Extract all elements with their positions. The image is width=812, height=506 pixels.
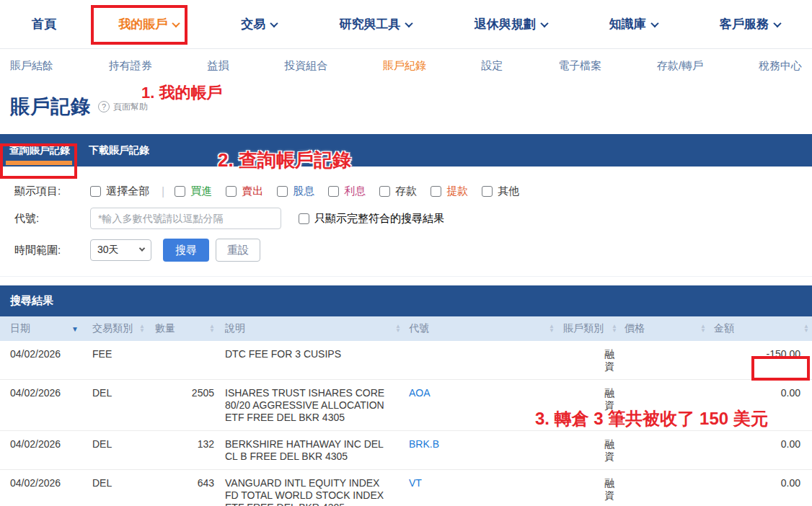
filter-checkbox[interactable]: 賣出 <box>226 185 263 198</box>
page-title: 賬戶記錄 <box>10 94 91 120</box>
sort-icons[interactable]: ▲▼ <box>612 324 620 333</box>
subnav-item[interactable]: 賬戶結餘 <box>10 59 53 73</box>
cell-quantity: 643 <box>148 470 218 506</box>
sort-desc-icon[interactable]: ▼ <box>71 325 83 333</box>
chevron-down-icon <box>172 19 180 27</box>
column-label: 代號 <box>409 322 429 335</box>
cell-date: 04/02/2026 <box>0 341 83 380</box>
nav-item[interactable]: 我的賬戶 <box>118 16 179 32</box>
top-nav: 首頁我的賬戶交易研究與工具退休與規劃知識庫客戶服務 <box>0 0 812 49</box>
cell-quantity <box>148 341 218 380</box>
tab-query-records[interactable]: 查詢賬戶記錄 <box>0 134 79 167</box>
chevron-down-icon <box>650 19 658 27</box>
nav-item[interactable]: 首頁 <box>32 16 56 32</box>
column-header-amount[interactable]: 金額▲▼ <box>709 316 812 341</box>
range-label: 時間範圍: <box>14 244 90 257</box>
checkbox-icon <box>90 186 101 197</box>
sort-icons[interactable]: ▲▼ <box>139 324 148 333</box>
chevron-down-icon <box>270 19 278 27</box>
column-header-qty[interactable]: 數量▲▼ <box>148 316 218 341</box>
tab-download-records[interactable]: 下載賬戶記錄 <box>79 134 159 167</box>
sort-icons[interactable]: ▲▼ <box>549 324 557 333</box>
filter-checkbox[interactable]: 提款 <box>431 185 468 198</box>
annotation-step3: 3. 轉倉 3 筆共被收了 150 美元 <box>535 407 768 430</box>
cell-price <box>620 470 709 506</box>
filter-checkbox[interactable]: 存款 <box>379 185 417 198</box>
column-header-symbol[interactable]: 代號▲▼ <box>404 316 557 341</box>
subnav-item[interactable]: 持有證券 <box>109 59 152 73</box>
checkbox-icon <box>482 186 493 197</box>
subnav-item[interactable]: 投資組合 <box>284 59 327 73</box>
column-label: 賬戶類別 <box>563 322 604 335</box>
filter-checkbox[interactable]: 選擇全部 <box>90 185 149 198</box>
sort-icons[interactable]: ▲▼ <box>803 324 812 333</box>
time-range-select[interactable]: 30天 <box>90 239 151 261</box>
annotation-step1: 1. 我的帳戶 <box>141 82 222 104</box>
filter-checkbox-label: 股息 <box>293 185 314 198</box>
sort-icons[interactable]: ▲▼ <box>700 324 709 333</box>
cell-quantity: 132 <box>148 431 218 470</box>
nav-item-label: 研究與工具 <box>339 16 400 32</box>
column-header-date[interactable]: 日期▼ <box>0 316 83 341</box>
cell-description: DTC FEE FOR 3 CUSIPS <box>218 341 404 380</box>
subnav-item[interactable]: 稅務中心 <box>759 59 802 73</box>
sort-icons[interactable]: ▲▼ <box>209 324 218 333</box>
table-row: 04/02/2026DEL132BERKSHIRE HATHAWAY INC D… <box>0 431 812 470</box>
cell-type: DEL <box>83 431 148 470</box>
results-title: 搜尋結果 <box>10 294 53 308</box>
filter-checkbox[interactable]: 利息 <box>328 185 366 198</box>
cell-amount: -150.00 <box>709 341 812 380</box>
nav-item[interactable]: 客戶服務 <box>720 16 780 32</box>
nav-item-label: 交易 <box>241 16 265 32</box>
filter-checkbox-label: 買進 <box>190 185 212 198</box>
nav-item[interactable]: 知識庫 <box>609 16 658 32</box>
checkbox-icon <box>328 186 339 197</box>
cell-symbol-link <box>404 341 557 380</box>
cell-type: FEE <box>83 341 148 380</box>
column-header-type[interactable]: 交易類別▲▼ <box>83 316 148 341</box>
search-button[interactable]: 搜尋 <box>163 239 209 262</box>
filter-row-show-items: 顯示項目: 選擇全部|買進賣出股息利息存款提款其他 <box>14 185 812 198</box>
cell-account-type: 融資 <box>557 341 620 380</box>
filter-checkbox-label: 利息 <box>344 185 366 198</box>
nav-item[interactable]: 交易 <box>241 16 277 32</box>
sort-icons[interactable]: ▲▼ <box>395 324 404 333</box>
filter-checkbox-label: 選擇全部 <box>106 185 149 198</box>
cell-description: ISHARES TRUST ISHARES CORE80/20 AGGRESSI… <box>218 380 404 431</box>
reset-button[interactable]: 重設 <box>216 239 260 262</box>
subnav-item[interactable]: 存款/轉戶 <box>657 59 703 73</box>
exact-match-checkbox[interactable]: 只顯示完整符合的搜尋結果 <box>299 212 444 226</box>
cell-symbol-link[interactable]: BRK.B <box>404 431 557 470</box>
filter-checkbox[interactable]: 買進 <box>175 185 212 198</box>
cell-description: VANGUARD INTL EQUITY INDEXFD TOTAL WORLD… <box>218 470 404 506</box>
cell-symbol-link[interactable]: VT <box>404 470 557 506</box>
subnav-item[interactable]: 賬戶紀錄 <box>383 59 426 73</box>
annotation-step2: 2. 查詢帳戶記錄 <box>218 148 351 173</box>
column-label: 金額 <box>714 322 734 335</box>
column-header-price[interactable]: 價格▲▼ <box>620 316 709 341</box>
column-header-account[interactable]: 賬戶類別▲▼ <box>557 316 620 341</box>
subnav-item[interactable]: 電子檔案 <box>558 59 601 73</box>
column-header-desc[interactable]: 說明▲▼ <box>218 316 404 341</box>
column-label: 說明 <box>225 322 245 335</box>
nav-item-label: 客戶服務 <box>720 16 769 32</box>
filter-checkbox[interactable]: 其他 <box>482 185 519 198</box>
table-row: 04/02/2026DEL643VANGUARD INTL EQUITY IND… <box>0 470 812 506</box>
symbol-label: 代號: <box>14 212 90 226</box>
page-help-link[interactable]: ? 頁面幫助 <box>98 101 148 113</box>
nav-item[interactable]: 研究與工具 <box>339 16 412 32</box>
subnav-item[interactable]: 益損 <box>207 59 229 73</box>
nav-item-label: 首頁 <box>32 16 56 32</box>
cell-type: DEL <box>83 470 148 506</box>
nav-item[interactable]: 退休與規劃 <box>475 16 547 32</box>
column-label: 價格 <box>625 322 645 335</box>
symbol-input[interactable] <box>90 208 281 229</box>
nav-item-label: 退休與規劃 <box>475 16 536 32</box>
checkbox-icon <box>175 186 185 197</box>
filter-checkbox[interactable]: 股息 <box>277 185 314 198</box>
cell-description: BERKSHIRE HATHAWAY INC DELCL B FREE DEL … <box>218 431 404 470</box>
subnav-item[interactable]: 設定 <box>482 59 503 73</box>
nav-item-label: 我的賬戶 <box>118 16 167 32</box>
cell-account-type: 融資 <box>557 470 620 506</box>
cell-date: 04/02/2026 <box>0 470 83 506</box>
